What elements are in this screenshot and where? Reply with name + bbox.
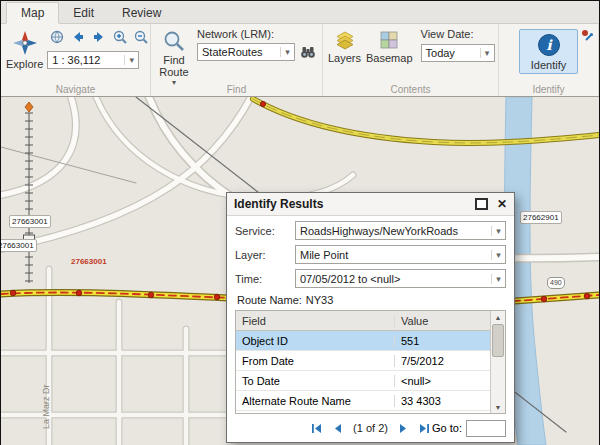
cell-field: To Date [236, 375, 394, 387]
layers-icon [335, 30, 355, 50]
explore-compass-icon [12, 30, 38, 56]
time-row: Time: 07/05/2012 to <null> ▾ [235, 269, 506, 288]
network-lrm-label: Network (LRM): [197, 28, 318, 40]
previous-extent-button[interactable] [68, 27, 88, 47]
table-row[interactable]: Alternate Route Name 33 4303 [236, 391, 490, 411]
goto-page-input[interactable] [466, 420, 506, 437]
view-date-value: Today [422, 47, 480, 59]
previous-page-icon [331, 422, 344, 435]
identify-label: Identify [531, 59, 566, 71]
goto-label: Go to: [432, 422, 462, 434]
ribbon-group-find: Find Route ▾ Network (LRM): StateRoutes … [151, 24, 323, 96]
identify-options-icon [581, 29, 593, 41]
route-shield: 490 [547, 277, 565, 289]
maximize-icon[interactable] [475, 198, 488, 210]
ribbon-tab-bar: Map Edit Review [1, 1, 599, 24]
dialog-title-bar[interactable]: Identify Results ✕ [227, 193, 514, 216]
explore-button[interactable]: Explore [5, 27, 44, 71]
route-name-label: Route Name: [237, 294, 302, 306]
zoom-in-button[interactable] [110, 27, 130, 47]
explore-label: Explore [6, 58, 43, 70]
zoom-out-button[interactable] [131, 27, 151, 47]
table-scrollbar[interactable]: ▲ ▼ [490, 311, 505, 413]
search-network-button[interactable] [298, 42, 318, 62]
arrow-right-icon [91, 29, 107, 45]
last-page-button[interactable] [417, 420, 433, 436]
zoom-in-icon [112, 29, 128, 45]
network-value: StateRoutes [198, 46, 280, 58]
layers-label: Layers [328, 52, 361, 64]
map-scale-combobox[interactable]: 1 : 36,112 ▾ [47, 51, 139, 69]
tab-review[interactable]: Review [108, 3, 175, 23]
next-page-button[interactable] [396, 420, 412, 436]
chevron-down-icon: ▾ [491, 274, 505, 284]
full-extent-button[interactable] [47, 27, 67, 47]
identify-options-button[interactable] [581, 27, 593, 45]
table-row[interactable]: To Date <null> [236, 371, 490, 391]
first-page-button[interactable] [308, 420, 324, 436]
chevron-down-icon: ▾ [491, 250, 505, 260]
route-id-label-red: 27663001 [71, 257, 107, 266]
service-combobox[interactable]: RoadsHighways/NewYorkRoads ▾ [295, 221, 506, 240]
column-header-value: Value [394, 315, 490, 327]
dialog-title: Identify Results [234, 197, 475, 211]
ribbon: Explore [1, 24, 599, 97]
ribbon-group-navigate: Explore [1, 24, 151, 96]
basemap-button[interactable]: Basemap [365, 27, 413, 65]
identify-icon: i [537, 33, 561, 57]
time-combobox[interactable]: 07/05/2012 to <null> ▾ [295, 269, 506, 288]
map-view[interactable]: 27663001 27663001 27663001 27662901 490 … [1, 97, 599, 445]
basemap-icon [379, 30, 399, 50]
previous-page-button[interactable] [329, 420, 345, 436]
pagination-bar: (1 of 2) Go to: [227, 414, 514, 442]
attributes-table: Field Value Object ID 551 From Date 7/5/… [235, 310, 506, 414]
route-id-label: 27663001 [1, 239, 37, 252]
first-page-icon [310, 422, 323, 435]
close-icon[interactable]: ✕ [497, 198, 507, 210]
cell-field: Object ID [236, 335, 394, 347]
cell-value: <null> [394, 375, 490, 387]
arrow-left-icon [70, 29, 86, 45]
last-page-icon [418, 422, 431, 435]
cell-field: Alternate Route Name [236, 395, 394, 407]
route-name-value: NY33 [306, 294, 334, 306]
basemap-label: Basemap [366, 52, 412, 64]
binoculars-icon [300, 44, 316, 60]
layer-value: Mile Point [296, 249, 491, 261]
route-id-label: 27663001 [9, 215, 51, 228]
find-route-button[interactable]: Find Route ▾ [155, 27, 193, 88]
time-value: 07/05/2012 to <null> [296, 273, 491, 285]
view-date-combobox[interactable]: Today ▾ [421, 44, 495, 62]
scrollbar-track[interactable] [491, 323, 505, 401]
service-value: RoadsHighways/NewYorkRoads [296, 225, 491, 237]
table-row[interactable]: Object ID 551 [236, 331, 490, 351]
chevron-down-icon: ▾ [480, 48, 494, 58]
service-row: Service: RoadsHighways/NewYorkRoads ▾ [235, 221, 506, 240]
table-row[interactable]: From Date 7/5/2012 [236, 351, 490, 371]
route-name-row: Route Name: NY33 [237, 294, 504, 306]
scroll-up-icon[interactable]: ▲ [491, 311, 505, 323]
chevron-down-icon: ▾ [491, 226, 505, 236]
next-page-icon [397, 422, 410, 435]
cell-value: 33 4303 [394, 395, 490, 407]
identify-button[interactable]: i Identify [519, 29, 578, 74]
application-window: Map Edit Review Explore [0, 0, 600, 445]
network-combobox[interactable]: StateRoutes ▾ [197, 43, 295, 61]
table-header-row: Field Value [236, 311, 490, 331]
tab-map[interactable]: Map [6, 2, 59, 24]
find-route-magnifier-icon [163, 30, 185, 52]
scrollbar-thumb[interactable] [492, 324, 504, 357]
column-header-field: Field [236, 315, 394, 327]
measure-ruler-slider[interactable] [24, 102, 35, 283]
scroll-down-icon[interactable]: ▼ [491, 401, 505, 413]
ribbon-group-contents: Layers Basemap View Date: Today ▾ [323, 24, 499, 96]
group-label-navigate: Navigate [1, 84, 150, 95]
group-label-contents: Contents [323, 84, 498, 95]
group-label-find: Find [151, 84, 322, 95]
layers-button[interactable]: Layers [327, 27, 362, 65]
full-extent-icon [49, 29, 65, 45]
layer-combobox[interactable]: Mile Point ▾ [295, 245, 506, 264]
next-extent-button[interactable] [89, 27, 109, 47]
tab-edit[interactable]: Edit [59, 3, 108, 23]
map-scale-value: 1 : 36,112 [48, 54, 124, 66]
